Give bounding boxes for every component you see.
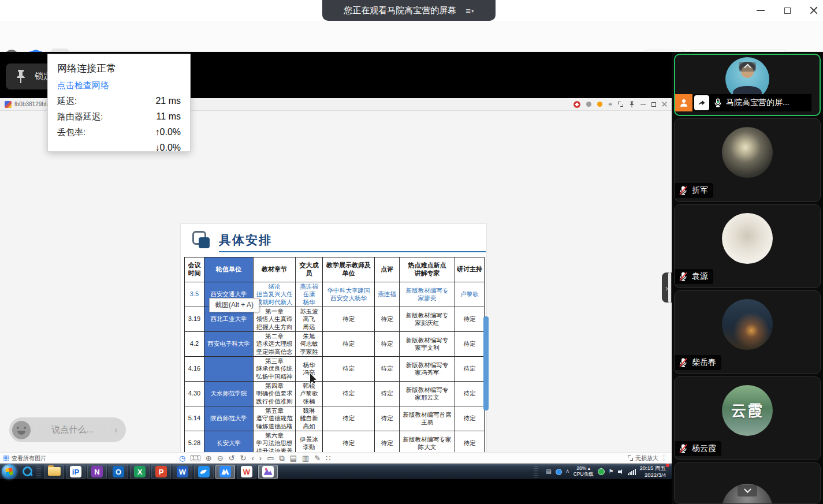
table-row: 4.30天水师范学院第四章 明确价值要求 践行价值准则韩锐 卢黎歌 张楠待定待定… — [185, 382, 485, 406]
scroll-down-button[interactable] — [738, 485, 757, 496]
participant-name-bar: 袁源 — [675, 269, 713, 284]
remote-expand-icon — [618, 102, 623, 107]
mic-muted-icon — [678, 271, 688, 282]
table-cell: 天水师范学院 — [204, 382, 254, 406]
mic-muted-icon — [678, 185, 688, 196]
remote-maximize-icon — [651, 102, 656, 107]
document-scrollbar — [483, 316, 489, 410]
maximize-button[interactable] — [781, 5, 793, 16]
table-cell: 新版教材编写专 家廖奕 — [400, 282, 455, 307]
network-tray-icon — [628, 469, 636, 475]
avatar — [722, 127, 773, 178]
screenshot-tooltip: 截图(Alt + A) — [209, 298, 259, 312]
column-header: 热点难点新点 讲解专家 — [400, 257, 455, 282]
file-explorer-taskbar-button — [44, 465, 64, 479]
mic-muted-icon — [678, 357, 688, 368]
mic-muted-icon — [678, 443, 688, 454]
orange-badge-icon — [597, 102, 602, 107]
gray-badge-icon — [586, 102, 591, 107]
table-cell: 待定 — [323, 332, 375, 357]
outlook-taskbar-button: O — [109, 465, 128, 479]
browser-logo-icon — [574, 101, 580, 108]
participant-name: 杨云霞 — [692, 443, 716, 454]
table-cell: 卢黎歌 — [455, 282, 485, 307]
table-cell: 苏玉波 高飞 周远 — [296, 307, 323, 332]
powerpoint-icon: P — [155, 466, 167, 477]
packet-loss-label: 丢包率: — [57, 127, 85, 138]
system-tray: ▤ ˄ 26% ▴CPU负载 ⚑ 20:15 周五2022/3/4 — [530, 465, 669, 479]
remote-close-icon — [662, 102, 667, 107]
ip-app-taskbar-button: iP — [66, 465, 85, 479]
table-cell: 待定 — [323, 406, 375, 431]
table-cell: 魏琳 雒自新 高如 — [296, 406, 323, 431]
table-cell: 杨华 冯亮 — [296, 357, 323, 382]
avatar — [722, 299, 773, 350]
table-cell: 新版教材编写专 家冯秀军 — [400, 357, 455, 382]
emoji-icon[interactable] — [12, 421, 31, 439]
sharing-badge — [694, 95, 709, 110]
table-cell: 4.30 — [185, 382, 204, 406]
participant-tile[interactable]: 云霞杨云霞 — [674, 376, 821, 460]
bird-app-taskbar-button — [194, 465, 214, 479]
tray-caret-icon: ˄ — [566, 469, 569, 475]
volume-tray-icon — [618, 469, 624, 475]
table-cell: 待定 — [455, 382, 485, 406]
table-row: 4.16第三章 继承优良传统 弘扬中国精神杨华 冯亮待定待定新版教材编写专 家冯… — [185, 357, 485, 382]
participant-tile[interactable]: 折军 — [674, 118, 821, 202]
table-cell: 待定 — [455, 307, 485, 332]
apps-grid-icon: ∷ — [326, 454, 330, 462]
remote-menu-icon: ≡ — [608, 101, 612, 108]
table-cell: 第四章 明确价值要求 践行价值准则 — [254, 382, 296, 406]
check-network-link[interactable]: 点击检查网络 — [57, 80, 181, 91]
chat-input[interactable]: 说点什么... — [43, 424, 102, 435]
table-cell: 新版教材编写专 家邢云文 — [400, 382, 455, 406]
table-cell: 西安电子科大学 — [204, 332, 254, 357]
table-cell: 新版教材编写首席 王易 — [400, 406, 455, 431]
packet-loss-up: ↑0.0% — [155, 127, 181, 138]
screen-share-icon — [697, 98, 706, 107]
close-button[interactable] — [808, 5, 820, 16]
outlook-icon: O — [113, 466, 124, 477]
watching-banner: 您正在观看马院高宝营的屏幕 ≡▾ — [322, 0, 496, 21]
participant-tile[interactable]: 柴岳春 — [674, 290, 821, 374]
remote-minimize-icon — [640, 104, 646, 105]
table-cell: 4.16 — [185, 357, 204, 382]
participant-name-bar: 杨云霞 — [675, 441, 721, 456]
participant-tile[interactable] — [674, 462, 821, 504]
wps-icon: W — [241, 466, 252, 477]
slide-title: 具体安排 — [219, 232, 272, 248]
table-cell: 待定 — [375, 332, 400, 357]
collapse-tile-button[interactable] — [739, 62, 756, 72]
chat-bar[interactable]: 说点什么... ‹ — [9, 417, 126, 442]
table-row: 4.2西安电子科大学第二章 追求远大理想 坚定崇高信念朱旭 何志敏 李家胜待定待… — [185, 332, 485, 357]
table-cell: 待定 — [323, 357, 375, 382]
participant-tile[interactable]: 袁源 — [674, 204, 821, 288]
column-header: 轮值单位 — [204, 257, 254, 282]
chat-collapse-icon[interactable]: ‹ — [114, 424, 118, 436]
table-cell: 待定 — [375, 406, 400, 431]
minimize-button[interactable] — [755, 5, 766, 16]
powerpoint-taskbar-button: P — [151, 465, 171, 479]
slide: 具体安排 会议 时间轮值单位教材章节交大成员教学展示教师及 单位点评热点难点新点… — [180, 223, 487, 457]
participant-tile[interactable]: 马院高宝营的屏... — [674, 54, 821, 116]
column-header: 交大成员 — [296, 257, 323, 282]
image-file-icon — [5, 101, 12, 108]
table-cell: 待定 — [323, 307, 375, 332]
table-cell: 华中科大李建国 西安交大杨华 — [323, 282, 375, 307]
remote-taskbar: iPNOXPWW ▤ ˄ 26% ▴CPU负载 ⚑ 20:15 周五2022/3… — [0, 464, 672, 479]
mic-muted-indicator — [678, 271, 688, 282]
table-cell: 新版教材编写专 家宇文利 — [400, 332, 455, 357]
table-cell: 待定 — [375, 357, 400, 382]
bird-glyph — [198, 466, 210, 477]
table-cell: 陕西师范大学 — [204, 406, 254, 431]
slide-bullet-icon-fill — [199, 237, 210, 248]
table-cell: 3.5 — [185, 282, 204, 307]
column-header: 研讨主持 — [455, 257, 485, 282]
cpu-usage: 26% ▴CPU负载 — [574, 466, 594, 477]
tray-clock: 20:15 周五2022/3/4 — [640, 465, 669, 479]
participant-name-bar: 折军 — [675, 183, 713, 198]
network-status-text: 网络连接正常 — [57, 62, 181, 75]
banner-menu-icon[interactable]: ≡▾ — [466, 6, 474, 15]
avatar: 云霞 — [722, 385, 773, 436]
table-cell: 3.19 — [185, 307, 204, 332]
